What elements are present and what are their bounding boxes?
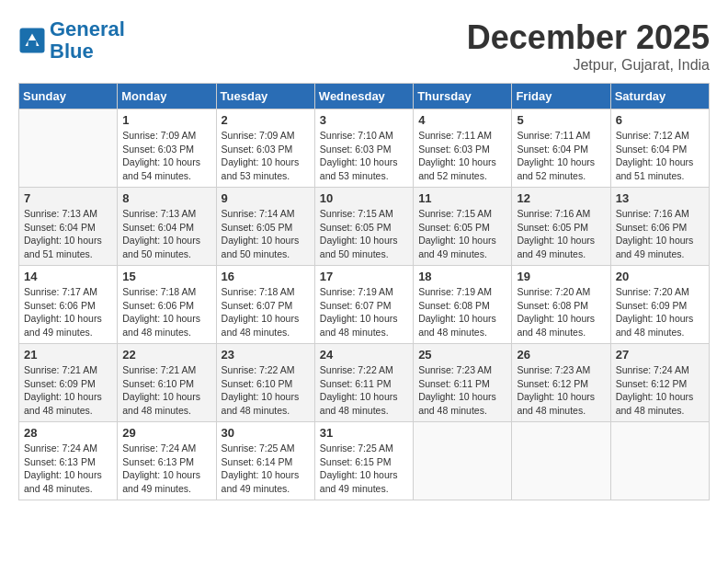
day-info: Sunrise: 7:22 AM Sunset: 6:11 PM Dayligh…: [320, 363, 408, 418]
day-info: Sunrise: 7:14 AM Sunset: 6:05 PM Dayligh…: [222, 207, 310, 261]
calendar-cell: 10Sunrise: 7:15 AM Sunset: 6:05 PM Dayli…: [314, 188, 413, 266]
day-info: Sunrise: 7:17 AM Sunset: 6:06 PM Dayligh…: [24, 285, 112, 339]
day-number: 4: [418, 113, 506, 127]
weekday-header-sunday: Sunday: [19, 84, 118, 109]
day-info: Sunrise: 7:09 AM Sunset: 6:03 PM Dayligh…: [222, 129, 310, 183]
calendar-cell: 15Sunrise: 7:18 AM Sunset: 6:06 PM Dayli…: [118, 266, 216, 344]
calendar-cell: [19, 109, 118, 188]
day-info: Sunrise: 7:19 AM Sunset: 6:08 PM Dayligh…: [418, 285, 506, 339]
calendar-cell: 22Sunrise: 7:21 AM Sunset: 6:10 PM Dayli…: [118, 344, 216, 422]
day-number: 3: [320, 113, 408, 127]
calendar-week-2: 7Sunrise: 7:13 AM Sunset: 6:04 PM Daylig…: [19, 188, 710, 266]
day-number: 13: [616, 191, 704, 205]
day-info: Sunrise: 7:18 AM Sunset: 6:06 PM Dayligh…: [122, 285, 210, 339]
calendar-week-3: 14Sunrise: 7:17 AM Sunset: 6:06 PM Dayli…: [19, 266, 710, 344]
day-number: 30: [222, 426, 310, 440]
day-number: 8: [122, 191, 210, 205]
calendar-cell: 4Sunrise: 7:11 AM Sunset: 6:03 PM Daylig…: [414, 109, 512, 188]
calendar-cell: 25Sunrise: 7:23 AM Sunset: 6:11 PM Dayli…: [414, 344, 512, 422]
day-number: 14: [24, 270, 112, 283]
day-info: Sunrise: 7:15 AM Sunset: 6:05 PM Dayligh…: [320, 207, 408, 261]
calendar-cell: [414, 422, 512, 500]
day-info: Sunrise: 7:21 AM Sunset: 6:10 PM Dayligh…: [122, 363, 210, 418]
month-title: December 2025: [467, 18, 710, 57]
weekday-header-monday: Monday: [118, 84, 216, 109]
day-number: 16: [222, 270, 310, 283]
page-header: General Blue December 2025 Jetpur, Gujar…: [18, 18, 710, 74]
calendar-cell: 20Sunrise: 7:20 AM Sunset: 6:09 PM Dayli…: [610, 266, 709, 344]
calendar-cell: 29Sunrise: 7:24 AM Sunset: 6:13 PM Dayli…: [118, 422, 216, 500]
calendar-week-1: 1Sunrise: 7:09 AM Sunset: 6:03 PM Daylig…: [19, 109, 710, 188]
day-info: Sunrise: 7:20 AM Sunset: 6:09 PM Dayligh…: [616, 285, 704, 339]
day-number: 24: [320, 348, 408, 362]
weekday-header-thursday: Thursday: [414, 84, 512, 109]
day-info: Sunrise: 7:13 AM Sunset: 6:04 PM Dayligh…: [122, 207, 210, 261]
day-info: Sunrise: 7:10 AM Sunset: 6:03 PM Dayligh…: [320, 129, 408, 183]
day-info: Sunrise: 7:15 AM Sunset: 6:05 PM Dayligh…: [418, 207, 506, 261]
calendar-cell: 28Sunrise: 7:24 AM Sunset: 6:13 PM Dayli…: [19, 422, 118, 500]
logo-line1: General: [50, 17, 125, 40]
day-number: 17: [320, 270, 408, 283]
calendar-cell: [610, 422, 709, 500]
day-info: Sunrise: 7:21 AM Sunset: 6:09 PM Dayligh…: [24, 363, 112, 418]
weekday-header-friday: Friday: [512, 84, 610, 109]
calendar-cell: [512, 422, 610, 500]
calendar-cell: 18Sunrise: 7:19 AM Sunset: 6:08 PM Dayli…: [414, 266, 512, 344]
day-info: Sunrise: 7:18 AM Sunset: 6:07 PM Dayligh…: [222, 285, 310, 339]
calendar-cell: 7Sunrise: 7:13 AM Sunset: 6:04 PM Daylig…: [19, 188, 118, 266]
day-number: 7: [24, 191, 112, 205]
calendar-cell: 6Sunrise: 7:12 AM Sunset: 6:04 PM Daylig…: [610, 109, 709, 188]
day-info: Sunrise: 7:11 AM Sunset: 6:04 PM Dayligh…: [517, 129, 605, 183]
day-info: Sunrise: 7:16 AM Sunset: 6:06 PM Dayligh…: [616, 207, 704, 261]
svg-rect-2: [28, 40, 37, 46]
calendar-week-4: 21Sunrise: 7:21 AM Sunset: 6:09 PM Dayli…: [19, 344, 710, 422]
day-number: 26: [517, 348, 605, 362]
day-info: Sunrise: 7:23 AM Sunset: 6:11 PM Dayligh…: [418, 363, 506, 418]
weekday-header-wednesday: Wednesday: [314, 84, 413, 109]
calendar-cell: 11Sunrise: 7:15 AM Sunset: 6:05 PM Dayli…: [414, 188, 512, 266]
day-info: Sunrise: 7:24 AM Sunset: 6:13 PM Dayligh…: [122, 442, 210, 496]
calendar-cell: 1Sunrise: 7:09 AM Sunset: 6:03 PM Daylig…: [118, 109, 216, 188]
day-number: 20: [616, 270, 704, 283]
location: Jetpur, Gujarat, India: [467, 57, 710, 74]
title-block: December 2025 Jetpur, Gujarat, India: [467, 18, 710, 74]
calendar-header: SundayMondayTuesdayWednesdayThursdayFrid…: [19, 84, 710, 109]
calendar-cell: 2Sunrise: 7:09 AM Sunset: 6:03 PM Daylig…: [216, 109, 314, 188]
day-number: 21: [24, 348, 112, 362]
day-number: 28: [24, 426, 112, 440]
calendar-cell: 19Sunrise: 7:20 AM Sunset: 6:08 PM Dayli…: [512, 266, 610, 344]
day-info: Sunrise: 7:16 AM Sunset: 6:05 PM Dayligh…: [517, 207, 605, 261]
day-number: 18: [418, 270, 506, 283]
day-number: 22: [122, 348, 210, 362]
day-info: Sunrise: 7:25 AM Sunset: 6:14 PM Dayligh…: [222, 442, 310, 496]
day-info: Sunrise: 7:19 AM Sunset: 6:07 PM Dayligh…: [320, 285, 408, 339]
day-number: 2: [222, 113, 310, 127]
logo-icon: [18, 27, 46, 54]
day-info: Sunrise: 7:09 AM Sunset: 6:03 PM Dayligh…: [122, 129, 210, 183]
calendar-week-5: 28Sunrise: 7:24 AM Sunset: 6:13 PM Dayli…: [19, 422, 710, 500]
calendar-cell: 23Sunrise: 7:22 AM Sunset: 6:10 PM Dayli…: [216, 344, 314, 422]
calendar-cell: 31Sunrise: 7:25 AM Sunset: 6:15 PM Dayli…: [314, 422, 413, 500]
day-info: Sunrise: 7:13 AM Sunset: 6:04 PM Dayligh…: [24, 207, 112, 261]
day-number: 11: [418, 191, 506, 205]
day-info: Sunrise: 7:12 AM Sunset: 6:04 PM Dayligh…: [616, 129, 704, 183]
calendar-cell: 8Sunrise: 7:13 AM Sunset: 6:04 PM Daylig…: [118, 188, 216, 266]
day-info: Sunrise: 7:24 AM Sunset: 6:12 PM Dayligh…: [616, 363, 704, 418]
day-info: Sunrise: 7:25 AM Sunset: 6:15 PM Dayligh…: [320, 442, 408, 496]
calendar-cell: 30Sunrise: 7:25 AM Sunset: 6:14 PM Dayli…: [216, 422, 314, 500]
calendar-cell: 16Sunrise: 7:18 AM Sunset: 6:07 PM Dayli…: [216, 266, 314, 344]
day-info: Sunrise: 7:24 AM Sunset: 6:13 PM Dayligh…: [24, 442, 112, 496]
day-number: 29: [122, 426, 210, 440]
day-info: Sunrise: 7:20 AM Sunset: 6:08 PM Dayligh…: [517, 285, 605, 339]
day-number: 9: [222, 191, 310, 205]
calendar-cell: 13Sunrise: 7:16 AM Sunset: 6:06 PM Dayli…: [610, 188, 709, 266]
calendar-table: SundayMondayTuesdayWednesdayThursdayFrid…: [18, 83, 710, 500]
day-number: 25: [418, 348, 506, 362]
day-number: 31: [320, 426, 408, 440]
calendar-cell: 21Sunrise: 7:21 AM Sunset: 6:09 PM Dayli…: [19, 344, 118, 422]
logo-text: General Blue: [50, 18, 125, 63]
day-number: 6: [616, 113, 704, 127]
day-number: 27: [616, 348, 704, 362]
day-info: Sunrise: 7:23 AM Sunset: 6:12 PM Dayligh…: [517, 363, 605, 418]
calendar-cell: 5Sunrise: 7:11 AM Sunset: 6:04 PM Daylig…: [512, 109, 610, 188]
